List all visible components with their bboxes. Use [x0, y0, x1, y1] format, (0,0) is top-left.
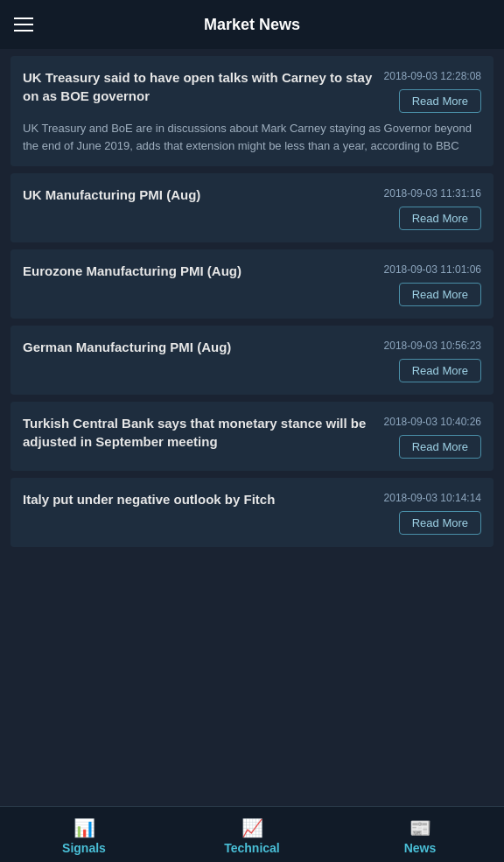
read-more-button[interactable]: Read More: [399, 283, 481, 306]
news-card: Eurozone Manufacturing PMI (Aug)2018-09-…: [10, 249, 494, 319]
news-title: UK Treasury said to have open talks with…: [23, 68, 375, 105]
header: Market News: [0, 0, 504, 49]
news-card-header: German Manufacturing PMI (Aug)2018-09-03…: [23, 338, 481, 382]
content-area: UK Treasury said to have open talks with…: [0, 49, 504, 615]
news-title: UK Manufacturing PMI (Aug): [23, 186, 375, 204]
news-title: Italy put under negative outlook by Fitc…: [23, 490, 375, 508]
news-card-header: Italy put under negative outlook by Fitc…: [23, 490, 481, 535]
technical-icon: 📈: [242, 817, 263, 838]
news-card: UK Treasury said to have open talks with…: [10, 56, 494, 166]
signals-icon: 📊: [74, 817, 95, 838]
news-timestamp: 2018-09-03 10:40:26: [384, 416, 481, 428]
news-timestamp: 2018-09-03 12:28:08: [384, 70, 481, 82]
news-title: Turkish Central Bank says that monetary …: [23, 414, 375, 451]
bottom-nav: 📊 Signals 📈 Technical 📰 News: [0, 806, 504, 862]
news-body: UK Treasury and BoE are in discussions a…: [23, 120, 481, 154]
news-card-header: Eurozone Manufacturing PMI (Aug)2018-09-…: [23, 262, 481, 306]
nav-news[interactable]: 📰 News: [336, 807, 504, 862]
news-list: UK Treasury said to have open talks with…: [0, 49, 504, 554]
news-card: Turkish Central Bank says that monetary …: [10, 402, 494, 471]
news-timestamp: 2018-09-03 10:56:23: [384, 340, 481, 352]
news-card-header: Turkish Central Bank says that monetary …: [23, 414, 481, 459]
nav-signals[interactable]: 📊 Signals: [0, 807, 168, 862]
news-title: Eurozone Manufacturing PMI (Aug): [23, 262, 375, 280]
read-more-button[interactable]: Read More: [399, 89, 481, 113]
news-timestamp: 2018-09-03 11:31:16: [384, 187, 481, 200]
news-title: German Manufacturing PMI (Aug): [23, 338, 375, 356]
news-card-header: UK Treasury said to have open talks with…: [23, 68, 481, 113]
news-icon: 📰: [410, 817, 431, 838]
menu-button[interactable]: [14, 18, 33, 32]
read-more-button[interactable]: Read More: [399, 435, 481, 459]
news-card: German Manufacturing PMI (Aug)2018-09-03…: [10, 326, 494, 395]
news-timestamp: 2018-09-03 11:01:06: [384, 263, 481, 276]
read-more-button[interactable]: Read More: [399, 359, 481, 382]
signals-label: Signals: [62, 841, 106, 855]
news-card: UK Manufacturing PMI (Aug)2018-09-03 11:…: [10, 173, 494, 242]
nav-technical[interactable]: 📈 Technical: [168, 807, 336, 862]
technical-label: Technical: [224, 841, 280, 855]
header-title: Market News: [204, 16, 300, 34]
news-timestamp: 2018-09-03 10:14:14: [384, 492, 481, 504]
read-more-button[interactable]: Read More: [399, 207, 481, 230]
news-nav-label: News: [404, 841, 437, 855]
news-card-header: UK Manufacturing PMI (Aug)2018-09-03 11:…: [23, 186, 481, 230]
news-card: Italy put under negative outlook by Fitc…: [10, 478, 494, 547]
read-more-button[interactable]: Read More: [399, 511, 481, 535]
